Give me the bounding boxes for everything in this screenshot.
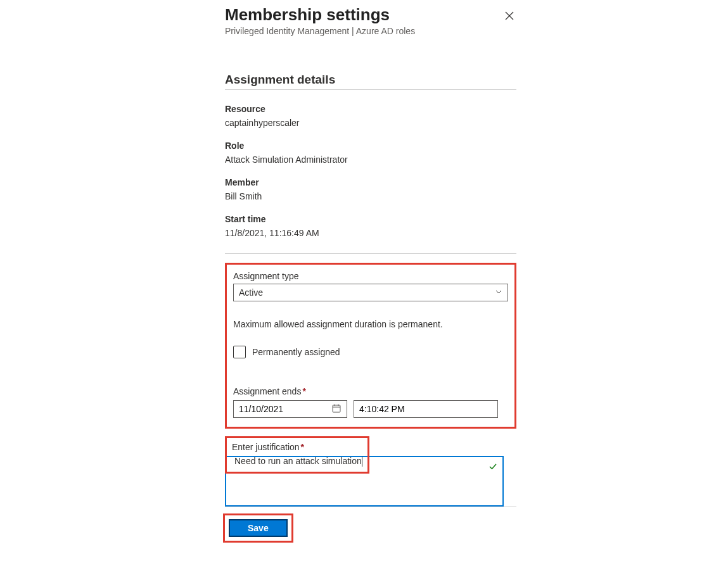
member-value: Bill Smith bbox=[225, 191, 516, 201]
text-cursor bbox=[362, 457, 362, 467]
duration-note: Maximum allowed assignment duration is p… bbox=[233, 319, 508, 329]
permanently-assigned-checkbox[interactable] bbox=[233, 346, 246, 358]
justification-preview-text: Need to run an attack simulation bbox=[234, 456, 362, 466]
highlight-save-box: Save bbox=[223, 513, 293, 543]
resource-label: Resource bbox=[225, 104, 516, 114]
highlight-assignment-box: Assignment type Active Maximum allowed a… bbox=[225, 263, 516, 429]
start-time-value: 11/8/2021, 11:16:49 AM bbox=[225, 228, 516, 238]
role-value: Attack Simulation Administrator bbox=[225, 154, 516, 165]
panel-subtitle: Privileged Identity Management | Azure A… bbox=[225, 26, 415, 36]
check-icon bbox=[489, 462, 497, 474]
role-label: Role bbox=[225, 141, 516, 151]
section-heading: Assignment details bbox=[225, 73, 516, 87]
panel-header: Membership settings Privileged Identity … bbox=[225, 5, 516, 36]
assignment-ends-label: Assignment ends* bbox=[233, 386, 508, 396]
membership-settings-panel: Membership settings Privileged Identity … bbox=[225, 5, 516, 543]
permanently-assigned-label: Permanently assigned bbox=[252, 347, 340, 357]
member-label: Member bbox=[225, 177, 516, 187]
assignment-type-select[interactable]: Active bbox=[233, 284, 508, 301]
assignment-end-time-input[interactable] bbox=[359, 404, 492, 414]
start-time-label: Start time bbox=[225, 214, 516, 224]
resource-value: captainhyperscaler bbox=[225, 118, 516, 128]
justification-label: Enter justification* bbox=[232, 442, 362, 452]
highlight-justification-label-box: Enter justification* Need to run an atta… bbox=[225, 436, 369, 474]
close-button[interactable] bbox=[502, 9, 516, 25]
save-button[interactable]: Save bbox=[229, 519, 288, 537]
assignment-end-date-input[interactable] bbox=[239, 404, 331, 414]
chevron-down-icon bbox=[495, 287, 502, 298]
svg-rect-2 bbox=[333, 405, 340, 412]
panel-title: Membership settings bbox=[225, 5, 415, 25]
footer-divider bbox=[225, 507, 516, 507]
assignment-type-label: Assignment type bbox=[233, 271, 508, 281]
assignment-end-time-field[interactable] bbox=[354, 400, 498, 418]
required-star-2: * bbox=[301, 442, 304, 452]
section-underline bbox=[225, 89, 516, 90]
close-icon bbox=[505, 11, 514, 22]
calendar-icon bbox=[331, 403, 342, 415]
divider bbox=[225, 253, 516, 254]
assignment-type-value: Active bbox=[239, 287, 263, 298]
assignment-end-date-field[interactable] bbox=[233, 400, 347, 418]
required-star: * bbox=[302, 386, 305, 396]
